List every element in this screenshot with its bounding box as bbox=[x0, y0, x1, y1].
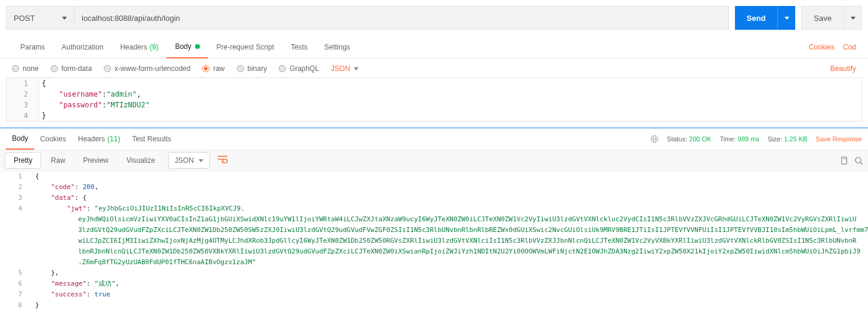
radio-urlencoded[interactable]: x-www-form-urlencoded bbox=[104, 64, 190, 73]
tab-tests[interactable]: Tests bbox=[282, 36, 316, 58]
radio-icon bbox=[51, 65, 58, 72]
headers-count: (9) bbox=[150, 43, 159, 51]
save-response-link[interactable]: Save Response bbox=[816, 135, 862, 143]
radio-icon bbox=[104, 65, 111, 72]
size-label: Size: 1.25 KB bbox=[768, 135, 808, 143]
svg-rect-4 bbox=[842, 158, 847, 163]
svg-point-5 bbox=[855, 157, 861, 162]
response-toolbar-right bbox=[839, 156, 863, 165]
radio-graphql[interactable]: GraphQL bbox=[279, 64, 319, 73]
caret-down-icon bbox=[62, 17, 67, 20]
caret-down-icon bbox=[354, 67, 359, 70]
request-body-editor[interactable]: 1{ 2 "username":"admin", 3 "password":"M… bbox=[6, 78, 862, 122]
send-button[interactable]: Send bbox=[735, 6, 796, 30]
radio-icon bbox=[12, 65, 19, 72]
request-tabs: Params Authorization Headers (9) Body Pr… bbox=[0, 36, 868, 58]
beautify-link[interactable]: Beautify bbox=[830, 64, 856, 73]
response-format-select[interactable]: JSON bbox=[168, 152, 210, 169]
radio-form-data[interactable]: form-data bbox=[51, 64, 92, 73]
send-caret[interactable] bbox=[777, 6, 795, 30]
caret-down-icon bbox=[784, 17, 789, 20]
response-tabs: Body Cookies Headers (11) Test Results S… bbox=[0, 128, 868, 150]
copy-icon[interactable] bbox=[839, 156, 848, 165]
status-label: Status: 200 OK bbox=[667, 135, 712, 143]
http-method-label: POST bbox=[14, 14, 35, 23]
cookies-link[interactable]: Cookies bbox=[809, 43, 835, 51]
resp-tab-cookies[interactable]: Cookies bbox=[34, 128, 72, 150]
code-link[interactable]: Cod bbox=[843, 43, 856, 51]
body-indicator-dot bbox=[195, 44, 200, 49]
radio-none[interactable]: none bbox=[12, 64, 39, 73]
radio-icon bbox=[237, 65, 244, 72]
radio-icon bbox=[279, 65, 286, 72]
tab-authorization[interactable]: Authorization bbox=[53, 36, 112, 58]
http-method-select[interactable]: POST bbox=[6, 6, 75, 30]
response-toolbar: Pretty Raw Preview Visualize JSON bbox=[0, 150, 868, 171]
request-tabs-right: Cookies Cod bbox=[809, 43, 856, 51]
body-type-selector: none form-data x-www-form-urlencoded raw… bbox=[0, 58, 868, 78]
resp-tab-body[interactable]: Body bbox=[6, 128, 34, 150]
radio-binary[interactable]: binary bbox=[237, 64, 267, 73]
response-status-bar: Status: 200 OK Time: 989 ms Size: 1.25 K… bbox=[650, 135, 862, 143]
view-visualize[interactable]: Visualize bbox=[118, 152, 163, 169]
tab-settings[interactable]: Settings bbox=[316, 36, 359, 58]
view-raw[interactable]: Raw bbox=[42, 152, 73, 169]
radio-raw[interactable]: raw bbox=[202, 64, 224, 73]
request-bar: POST Send Save bbox=[0, 0, 868, 36]
url-input[interactable] bbox=[75, 6, 729, 30]
view-preview[interactable]: Preview bbox=[75, 152, 117, 169]
resp-tab-headers[interactable]: Headers (11) bbox=[72, 128, 126, 150]
search-icon[interactable] bbox=[854, 156, 863, 165]
response-body-editor[interactable]: 1{ 2 "code": 200, 3 "data": { 4 "jwt": "… bbox=[0, 171, 868, 311]
svg-line-6 bbox=[860, 162, 863, 165]
view-pretty[interactable]: Pretty bbox=[5, 152, 41, 169]
wrap-lines-icon[interactable] bbox=[217, 155, 228, 166]
tab-prerequest[interactable]: Pre-request Script bbox=[208, 36, 283, 58]
time-label: Time: 989 ms bbox=[719, 135, 759, 143]
resp-headers-count: (11) bbox=[107, 135, 120, 143]
caret-down-icon bbox=[199, 159, 203, 162]
save-label: Save bbox=[802, 14, 844, 23]
tab-params[interactable]: Params bbox=[12, 36, 53, 58]
caret-down-icon bbox=[851, 17, 855, 20]
content-type-select[interactable]: JSON bbox=[331, 64, 359, 73]
resp-tab-test-results[interactable]: Test Results bbox=[126, 128, 177, 150]
save-caret[interactable] bbox=[844, 6, 861, 30]
save-button[interactable]: Save bbox=[801, 6, 862, 30]
send-label: Send bbox=[735, 14, 778, 23]
tab-headers[interactable]: Headers (9) bbox=[112, 36, 166, 58]
radio-icon bbox=[202, 65, 209, 72]
globe-icon[interactable] bbox=[650, 135, 659, 143]
tab-body[interactable]: Body bbox=[166, 36, 208, 58]
